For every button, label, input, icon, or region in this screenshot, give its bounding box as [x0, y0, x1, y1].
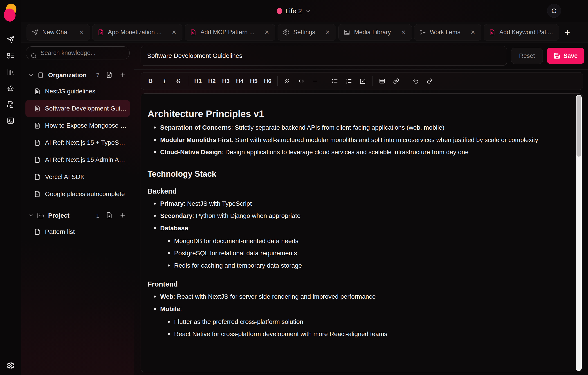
toolbar-heading-1-button[interactable]: H1	[191, 75, 205, 87]
gear-icon	[283, 29, 290, 36]
right-pane: Life 2 G New Chat✕App Monetization ...✕A…	[21, 0, 588, 375]
library-icon	[7, 68, 15, 76]
file-text-icon	[34, 173, 41, 180]
toolbar-horizontal-rule-button[interactable]	[308, 75, 322, 87]
scrollbar-thumb[interactable]	[577, 96, 581, 157]
plus-icon	[119, 71, 126, 78]
tab-close-icon[interactable]: ✕	[79, 30, 84, 35]
save-icon	[554, 53, 560, 59]
send-icon	[7, 36, 15, 44]
toolbar-blockquote-button[interactable]	[280, 75, 294, 87]
doc-item-how-to-expose-mongoose-i[interactable]: How to Expose Mongoose _i...	[25, 117, 130, 134]
file-text-icon	[34, 191, 41, 197]
doc-item-vercel-ai-sdk[interactable]: Vercel AI SDK	[25, 169, 130, 185]
app-window: Life 2 G New Chat✕App Monetization ...✕A…	[0, 0, 588, 375]
doc-list-item: Mobile:Flutter as the preferred cross-pl…	[153, 303, 554, 340]
tab-close-icon[interactable]: ✕	[264, 30, 269, 35]
doc-item-label: Vercel AI SDK	[45, 173, 84, 181]
toolbar-bold-button[interactable]: B	[144, 75, 158, 87]
doc-item-ai-ref-next-js-15-typescri[interactable]: AI Ref: Next.js 15 + TypeScri...	[25, 134, 130, 151]
rail-item-library[interactable]	[4, 65, 17, 79]
doc-list-item: Modular Monoliths First: Start with well…	[153, 134, 554, 146]
icon-rail	[0, 0, 21, 375]
doc-item-google-places-autocomplete[interactable]: Google places autocomplete	[25, 186, 130, 202]
toolbar-heading-3-button[interactable]: H3	[219, 75, 233, 87]
section-header-project[interactable]: Project1	[24, 208, 131, 223]
tab-label: Add Keyword Patt...	[499, 29, 553, 36]
folder-open-icon	[37, 212, 44, 219]
add-document-button[interactable]	[119, 212, 126, 219]
doc-list-item: Primary: NestJS with TypeScript	[153, 198, 554, 210]
doc-item-software-development-guide[interactable]: Software Development Guide...	[25, 100, 130, 117]
list-ol-icon	[345, 78, 352, 85]
plus-icon	[119, 212, 126, 219]
rail-item-work-items[interactable]	[4, 49, 17, 63]
doc-list-item: PostgreSQL for relational data requireme…	[167, 247, 554, 259]
save-button[interactable]: Save	[547, 48, 584, 64]
doc-item-ai-ref-next-js-15-admin-app[interactable]: AI Ref: Next.js 15 Admin App...	[25, 151, 130, 168]
doc-list: Flutter as the preferred cross-platform …	[160, 316, 554, 340]
toolbar-bullet-list-button[interactable]	[328, 75, 342, 87]
file-down-icon	[106, 212, 113, 219]
tab-add-keyword-patt[interactable]: Add Keyword Patt...	[484, 24, 559, 41]
toolbar-table-button[interactable]	[375, 75, 389, 87]
rail-item-chat[interactable]	[4, 33, 17, 46]
toolbar-redo-button[interactable]	[423, 75, 437, 87]
toolbar-code-block-button[interactable]	[294, 75, 308, 87]
app-logo[interactable]	[3, 3, 18, 22]
import-document-button[interactable]	[105, 71, 113, 79]
section-count: 1	[96, 212, 99, 219]
toolbar-heading-2-button[interactable]: H2	[205, 75, 219, 87]
collapse-chevron-icon[interactable]	[28, 212, 34, 219]
add-document-button[interactable]	[119, 71, 126, 79]
rail-item-assistant-bot[interactable]	[4, 82, 17, 95]
file-text-icon	[34, 156, 41, 163]
tab-close-icon[interactable]: ✕	[471, 30, 475, 35]
toolbar-link-button[interactable]	[389, 75, 403, 87]
workspace-switcher[interactable]: Life 2	[277, 7, 311, 15]
file-video-icon	[7, 100, 15, 108]
toolbar-divider	[188, 76, 188, 86]
tab-close-icon[interactable]: ✕	[401, 30, 406, 35]
sidebar-section-organization: Organization7NestJS guidelinesSoftware D…	[24, 68, 131, 202]
doc-list: Separation of Concerns: Strictly separat…	[147, 122, 554, 159]
toolbar-divider	[277, 76, 278, 86]
toolbar-strikethrough-button[interactable]: S	[171, 75, 185, 87]
tab-bar: New Chat✕App Monetization ...✕Add MCP Pa…	[21, 22, 588, 43]
reset-button[interactable]: Reset	[511, 48, 543, 64]
list-ul-icon	[331, 78, 338, 85]
tab-label: App Monetization ...	[108, 29, 162, 36]
tab-add-mcp-pattern[interactable]: Add MCP Pattern ...✕	[185, 24, 275, 41]
new-tab-button[interactable]: +	[561, 26, 573, 39]
import-document-button[interactable]	[105, 212, 113, 219]
document-title-input[interactable]	[141, 46, 507, 66]
editor-scrollbar[interactable]	[576, 95, 582, 371]
section-header-organization[interactable]: Organization7	[24, 68, 131, 83]
tab-new-chat[interactable]: New Chat✕	[27, 24, 90, 41]
doc-heading: Architecture Principles v1	[147, 108, 554, 119]
document-content: Architecture Principles v1Separation of …	[141, 94, 583, 349]
toolbar-undo-button[interactable]	[409, 75, 423, 87]
doc-item-label: AI Ref: Next.js 15 + TypeScri...	[45, 139, 127, 146]
toolbar-ordered-list-button[interactable]	[342, 75, 356, 87]
toolbar-heading-5-button[interactable]: H5	[247, 75, 261, 87]
toolbar-heading-6-button[interactable]: H6	[261, 75, 275, 87]
rail-item-media-files[interactable]	[4, 98, 17, 111]
tab-media-library[interactable]: Media Library✕	[338, 24, 412, 41]
user-avatar[interactable]: G	[547, 4, 561, 18]
tab-close-icon[interactable]: ✕	[325, 30, 330, 35]
search-input[interactable]	[26, 46, 130, 59]
tab-work-items[interactable]: Work Items✕	[414, 24, 481, 41]
rich-text-editor[interactable]: Architecture Principles v1Separation of …	[141, 93, 583, 372]
rail-item-settings[interactable]	[4, 359, 17, 372]
toolbar-task-list-button[interactable]	[356, 75, 370, 87]
tab-close-icon[interactable]: ✕	[172, 30, 176, 35]
rail-item-images[interactable]	[4, 114, 17, 127]
collapse-chevron-icon[interactable]	[28, 72, 34, 79]
tab-app-monetization[interactable]: App Monetization ...✕	[92, 24, 183, 41]
doc-item-nestjs-guidelines[interactable]: NestJS guidelines	[25, 83, 130, 100]
toolbar-heading-4-button[interactable]: H4	[233, 75, 247, 87]
doc-item-pattern-list[interactable]: Pattern list	[25, 224, 130, 240]
tab-settings[interactable]: Settings✕	[278, 24, 336, 41]
toolbar-italic-button[interactable]: I	[158, 75, 171, 87]
